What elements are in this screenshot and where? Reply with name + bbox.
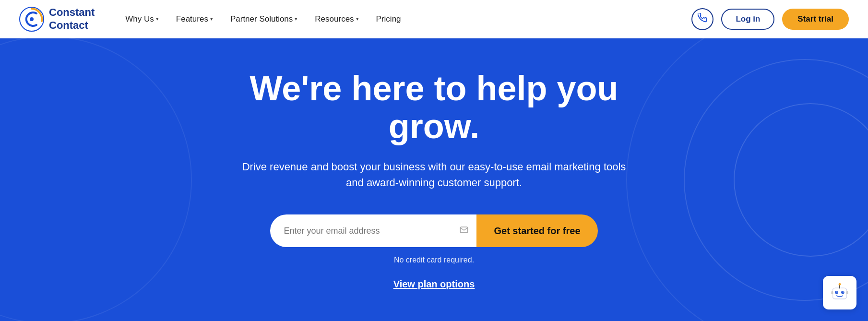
svg-rect-11: [831, 291, 833, 294]
nav-item-features[interactable]: Features ▾: [169, 11, 220, 28]
svg-rect-12: [846, 291, 848, 294]
nav-item-resources[interactable]: Resources ▾: [308, 11, 365, 28]
hero-section: We're here to help you grow. Drive reven…: [0, 38, 868, 321]
email-input[interactable]: [270, 214, 476, 247]
arc-decoration-inner: [734, 103, 868, 257]
logo[interactable]: Constant Contact: [19, 6, 95, 32]
nav-item-why-us[interactable]: Why Us ▾: [119, 11, 166, 28]
chevron-down-icon: ▾: [295, 16, 297, 22]
start-trial-button[interactable]: Start trial: [782, 9, 849, 30]
chevron-down-icon: ▾: [356, 16, 359, 22]
chatbot-icon: [828, 281, 851, 304]
email-icon: [459, 225, 469, 237]
login-button[interactable]: Log in: [721, 9, 774, 30]
get-started-button[interactable]: Get started for free: [476, 214, 597, 247]
hero-form: Get started for free: [270, 214, 597, 247]
hero-heading: We're here to help you grow.: [218, 70, 650, 145]
svg-point-1: [30, 17, 34, 21]
navbar: Constant Contact Why Us ▾ Features ▾ Par…: [0, 0, 868, 38]
phone-button[interactable]: [691, 8, 713, 30]
no-credit-text: No credit card required.: [394, 256, 474, 264]
phone-icon: [698, 13, 707, 25]
chatbot-widget[interactable]: [823, 276, 856, 309]
arc-decoration-left: [0, 38, 192, 321]
logo-icon: [19, 7, 44, 32]
chevron-down-icon: ▾: [156, 16, 159, 22]
chevron-down-icon: ▾: [210, 16, 213, 22]
svg-point-9: [836, 291, 837, 292]
nav-item-partner-solutions[interactable]: Partner Solutions ▾: [224, 11, 304, 28]
svg-point-10: [843, 291, 844, 292]
svg-point-6: [839, 283, 841, 285]
nav-item-pricing[interactable]: Pricing: [369, 11, 408, 28]
navbar-left: Constant Contact Why Us ▾ Features ▾ Par…: [19, 6, 408, 32]
view-plan-link[interactable]: View plan options: [393, 279, 475, 290]
navbar-right: Log in Start trial: [691, 8, 849, 30]
svg-rect-4: [833, 288, 847, 298]
logo-text: Constant Contact: [49, 6, 95, 32]
nav-links: Why Us ▾ Features ▾ Partner Solutions ▾ …: [119, 11, 407, 28]
hero-subheading: Drive revenue and boost your business wi…: [238, 159, 631, 190]
email-input-wrapper: [270, 214, 476, 247]
